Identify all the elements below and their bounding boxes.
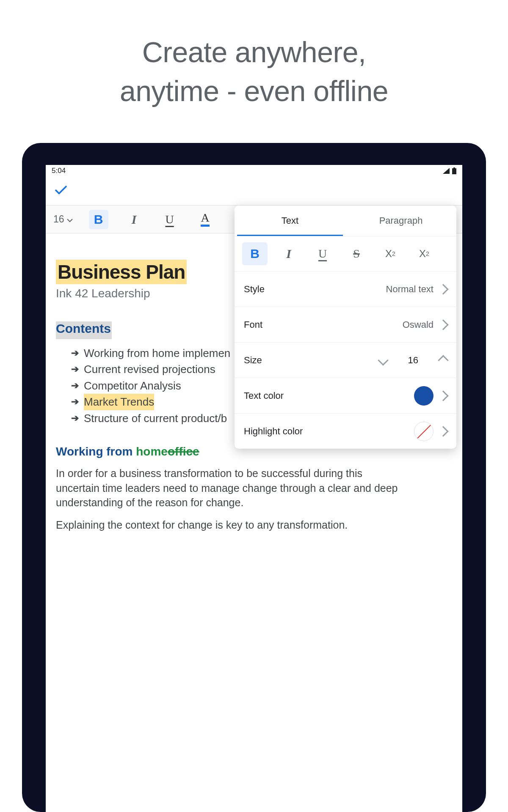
tablet-screen: 5:04 16 B — [46, 165, 462, 812]
panel-italic-button[interactable]: I — [276, 242, 301, 265]
style-label: Style — [244, 284, 265, 295]
size-value: 16 — [408, 355, 418, 366]
battery-icon — [452, 167, 456, 174]
list-item-text: Competitor Analysis — [84, 378, 181, 394]
text-format-panel: Text Paragraph B I U S X2 X2 Style Norma… — [235, 206, 456, 449]
panel-tabs: Text Paragraph — [235, 206, 456, 236]
italic-button[interactable]: I — [124, 210, 144, 229]
underline-button[interactable]: U — [160, 210, 179, 229]
panel-underline-button[interactable]: U — [310, 242, 335, 265]
contents-heading[interactable]: Contents — [56, 321, 112, 339]
text-color-row[interactable]: Text color — [235, 378, 456, 413]
section-heading-office: office — [168, 445, 199, 458]
list-item-text: Market Trends — [84, 394, 154, 410]
font-value: Oswald — [403, 319, 433, 330]
signal-icon — [443, 168, 450, 174]
app-bar — [46, 177, 462, 206]
text-color-letter: A — [201, 212, 209, 227]
status-time: 5:04 — [52, 167, 66, 175]
arrow-icon: ➔ — [71, 411, 78, 425]
panel-bold-button[interactable]: B — [242, 242, 268, 265]
list-item-text: Current revised projections — [84, 361, 215, 377]
size-row: Size 16 — [235, 342, 456, 378]
size-label: Size — [244, 355, 262, 366]
paragraph[interactable]: Explaining the context for change is key… — [56, 518, 403, 532]
panel-strikethrough-button[interactable]: S — [344, 242, 369, 265]
panel-format-row: B I U S X2 X2 — [235, 236, 456, 271]
section-heading-home: home — [136, 445, 168, 458]
svg-rect-1 — [453, 167, 455, 169]
font-row[interactable]: Font Oswald — [235, 307, 456, 342]
size-increase-button[interactable] — [438, 355, 448, 365]
panel-subscript-button[interactable]: X2 — [411, 242, 437, 265]
headline-text: Create anywhere,anytime - even offline — [0, 0, 508, 111]
list-item-text: Working from home implemen — [84, 345, 230, 361]
panel-superscript-button[interactable]: X2 — [378, 242, 403, 265]
arrow-icon: ➔ — [71, 395, 78, 409]
chevron-right-icon — [438, 284, 448, 294]
list-item-text: Structure of current product/b — [84, 410, 227, 426]
chevron-right-icon — [438, 426, 448, 436]
style-value: Normal text — [386, 284, 433, 295]
section-heading-prefix: Working from — [56, 445, 136, 458]
doc-title[interactable]: Business Plan — [56, 260, 187, 284]
text-color-swatch — [414, 386, 433, 406]
font-size-selector[interactable]: 16 — [53, 214, 73, 225]
tablet-frame: 5:04 16 B — [22, 143, 486, 812]
dropdown-caret-icon — [67, 214, 73, 225]
highlight-color-row[interactable]: Highlight color — [235, 413, 456, 449]
svg-rect-0 — [452, 168, 456, 174]
arrow-icon: ➔ — [71, 346, 78, 360]
tab-text[interactable]: Text — [235, 206, 345, 236]
bold-button[interactable]: B — [89, 210, 108, 229]
chevron-right-icon — [438, 390, 448, 401]
arrow-icon: ➔ — [71, 379, 78, 393]
chevron-right-icon — [438, 319, 448, 330]
tab-paragraph[interactable]: Paragraph — [345, 206, 456, 236]
status-bar: 5:04 — [46, 165, 462, 177]
style-row[interactable]: Style Normal text — [235, 271, 456, 307]
size-decrease-button[interactable] — [378, 355, 388, 365]
paragraph[interactable]: In order for a business transformation t… — [56, 466, 403, 510]
highlight-color-swatch — [414, 422, 433, 441]
font-size-value: 16 — [53, 214, 64, 225]
text-color-label: Text color — [244, 390, 284, 401]
font-label: Font — [244, 319, 262, 330]
confirm-check-icon[interactable] — [53, 183, 69, 200]
highlight-color-label: Highlight color — [244, 426, 303, 437]
text-color-button[interactable]: A — [196, 210, 215, 229]
arrow-icon: ➔ — [71, 362, 78, 376]
